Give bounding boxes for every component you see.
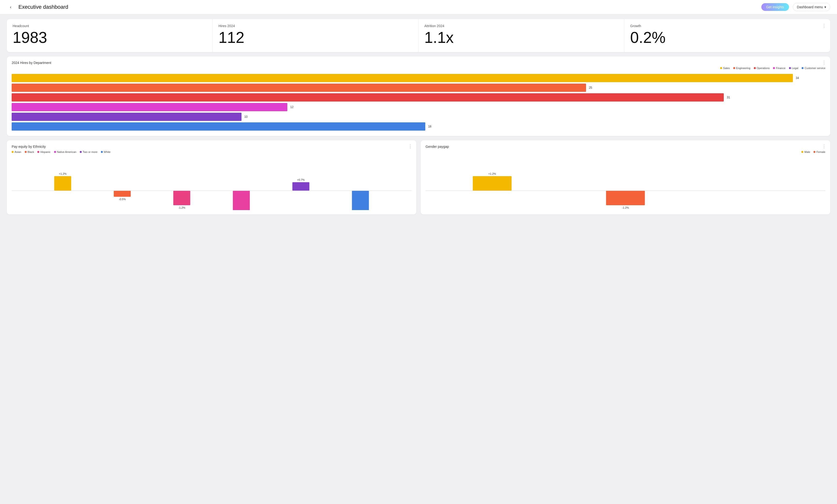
pay-equity-chart-area: +1.2%-0.5%-1.2%-1.9%+0.7%-1.7% <box>12 157 411 210</box>
page-title: Executive dashboard <box>18 4 758 10</box>
app-header: ‹ Executive dashboard Get insights Dashb… <box>0 0 837 14</box>
waterfall-bar <box>173 191 190 205</box>
legend-dot <box>12 151 14 153</box>
get-insights-button[interactable]: Get insights <box>761 3 789 11</box>
waterfall-value: -1.2% <box>178 206 185 209</box>
hbar-value: 18 <box>428 125 431 128</box>
dashboard-content: Headcount 1983 Hires 2024 112 Attrition … <box>0 14 837 219</box>
hbar-value: 31 <box>727 96 730 99</box>
kpi-value-hires2024: 112 <box>218 30 412 45</box>
kpi-card-hires2024: Hires 2024 112 <box>213 19 418 52</box>
bottom-row: Pay equity by Ethnicity ⋮ AsianBlackHisp… <box>7 140 830 214</box>
legend-item-native-american: Native American <box>54 150 76 153</box>
legend-item-male: Male <box>801 150 810 153</box>
hbar-row: 18 <box>12 123 825 131</box>
hbar-legal <box>12 113 242 121</box>
kpi-value-attrition2024: 1.1x <box>424 30 618 45</box>
legend-item-asian: Asian <box>12 150 21 153</box>
kpi-row: Headcount 1983 Hires 2024 112 Attrition … <box>7 19 830 52</box>
waterfall-bar <box>233 191 250 210</box>
waterfall-bar <box>54 176 71 191</box>
legend-item-hispanic: Hispanic <box>37 150 50 153</box>
kpi-more-button[interactable]: ⋮ <box>822 23 826 29</box>
legend-dot <box>789 67 791 69</box>
dashboard-menu-button[interactable]: Dashboard menu ▾ <box>793 3 830 11</box>
gender-bar <box>473 176 512 191</box>
gender-paygap-chart-area: +1.2%-1.2% <box>426 157 825 210</box>
gender-value: -1.2% <box>622 206 629 209</box>
hires-bar-chart: 34 25 31 12 10 18 <box>12 73 825 132</box>
gender-paygap-svg: +1.2%-1.2% <box>426 157 825 210</box>
hbar-engineering <box>12 83 586 92</box>
legend-dot <box>754 67 756 69</box>
legend-dot <box>80 151 82 153</box>
kpi-label-hires2024: Hires 2024 <box>218 24 412 28</box>
kpi-value-growth: 0.2% <box>630 30 824 45</box>
legend-dot <box>802 67 803 69</box>
kpi-value-headcount: 1983 <box>13 30 207 45</box>
legend-item-customer-service: Customer service <box>802 67 825 70</box>
gender-paygap-more-button[interactable]: ⋮ <box>822 144 826 149</box>
kpi-label-attrition2024: Attrition 2024 <box>424 24 618 28</box>
gender-paygap-title: Gender paygap <box>426 145 825 149</box>
gender-paygap-legend: MaleFemale <box>426 150 825 153</box>
hbar-row: 12 <box>12 103 825 111</box>
legend-item-white: White <box>101 150 110 153</box>
dashboard-menu-label: Dashboard menu <box>797 5 823 9</box>
pay-equity-more-button[interactable]: ⋮ <box>408 144 412 149</box>
back-button[interactable]: ‹ <box>7 3 15 11</box>
hires-by-department-panel: 2024 Hires by Department ⋮ SalesEngineer… <box>7 56 830 136</box>
legend-dot <box>720 67 722 69</box>
legend-item-operations: Operations <box>754 67 770 70</box>
legend-dot <box>773 67 775 69</box>
kpi-card-attrition2024: Attrition 2024 1.1x <box>418 19 624 52</box>
hbar-finance <box>12 103 287 111</box>
hbar-row: 31 <box>12 93 825 101</box>
hires-chart-more-button[interactable]: ⋮ <box>822 60 826 65</box>
waterfall-value: -0.5% <box>119 198 126 201</box>
legend-dot <box>733 67 735 69</box>
hbar-value: 34 <box>796 76 799 80</box>
hbar-operations <box>12 93 724 101</box>
legend-dot <box>814 151 815 153</box>
waterfall-bar <box>352 191 369 210</box>
legend-dot <box>54 151 56 153</box>
pay-equity-svg: +1.2%-0.5%-1.2%-1.9%+0.7%-1.7% <box>12 157 411 210</box>
waterfall-bar <box>114 191 131 197</box>
legend-dot <box>37 151 39 153</box>
legend-item-black: Black <box>25 150 34 153</box>
legend-dot <box>25 151 27 153</box>
hbar-value: 25 <box>589 86 592 89</box>
hbar-sales <box>12 74 793 82</box>
gender-value: +1.2% <box>488 172 496 175</box>
legend-dot <box>801 151 803 153</box>
pay-equity-title: Pay equity by Ethnicity <box>12 145 411 149</box>
gender-paygap-panel: Gender paygap ⋮ MaleFemale +1.2%-1.2% <box>421 140 830 214</box>
kpi-label-growth: Growth <box>630 24 824 28</box>
hbar-row: 25 <box>12 83 825 92</box>
waterfall-bar <box>292 182 309 191</box>
legend-item-legal: Legal <box>789 67 799 70</box>
gender-bar <box>606 191 645 205</box>
hbar-row: 10 <box>12 113 825 121</box>
legend-item-finance: Finance <box>773 67 785 70</box>
hbar-row: 34 <box>12 74 825 82</box>
hbar-customer service <box>12 123 425 131</box>
dropdown-arrow-icon: ▾ <box>824 5 826 9</box>
legend-item-female: Female <box>814 150 825 153</box>
pay-equity-legend: AsianBlackHispanicNative AmericanTwo or … <box>12 150 411 153</box>
legend-item-two-or-more: Two or more <box>80 150 97 153</box>
hbar-value: 10 <box>244 115 248 118</box>
legend-item-sales: Sales <box>720 67 730 70</box>
waterfall-value: +1.2% <box>59 172 67 175</box>
kpi-card-growth: Growth 0.2% ⋮ <box>624 19 830 52</box>
hbar-value: 12 <box>290 106 293 109</box>
hires-chart-title: 2024 Hires by Department <box>12 61 825 65</box>
pay-equity-panel: Pay equity by Ethnicity ⋮ AsianBlackHisp… <box>7 140 416 214</box>
hires-chart-legend: SalesEngineeringOperationsFinanceLegalCu… <box>12 67 825 70</box>
waterfall-value: +0.7% <box>297 178 305 181</box>
kpi-card-headcount: Headcount 1983 <box>7 19 213 52</box>
legend-item-engineering: Engineering <box>733 67 750 70</box>
kpi-label-headcount: Headcount <box>13 24 207 28</box>
legend-dot <box>101 151 103 153</box>
